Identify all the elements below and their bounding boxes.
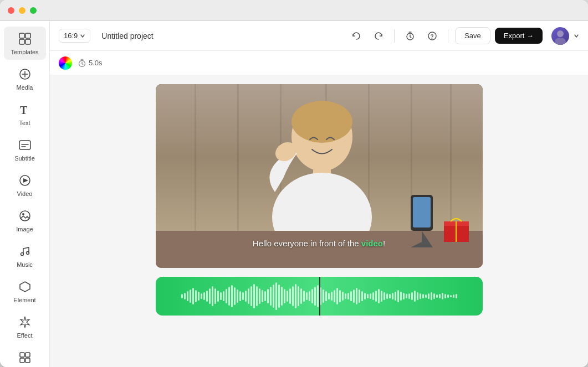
video-label: Video bbox=[17, 190, 33, 197]
svg-rect-3 bbox=[25, 39, 30, 44]
timeline-bar: 5.0s bbox=[50, 51, 588, 75]
svg-text:?: ? bbox=[431, 33, 434, 39]
plus-circle-icon bbox=[17, 66, 33, 82]
svg-rect-34 bbox=[156, 231, 483, 268]
element-icon bbox=[17, 279, 33, 294]
main-layout: Templates Media T Text bbox=[0, 21, 588, 367]
avatar-chevron[interactable] bbox=[574, 31, 579, 41]
sidebar-item-effect[interactable]: Effect bbox=[4, 310, 46, 343]
toolbar: 16:9 Untitled project bbox=[50, 21, 588, 51]
sidebar: Templates Media T Text bbox=[0, 21, 50, 367]
minimize-button[interactable] bbox=[19, 7, 25, 14]
svg-point-13 bbox=[20, 211, 30, 221]
toolbar-actions: ? Save Export → bbox=[347, 27, 579, 45]
redo-button[interactable] bbox=[370, 27, 387, 45]
app-window: Templates Media T Text bbox=[0, 0, 588, 367]
svg-rect-17 bbox=[20, 353, 24, 357]
tools-icon bbox=[17, 350, 33, 365]
svg-rect-19 bbox=[20, 358, 24, 363]
export-button[interactable]: Export → bbox=[495, 28, 543, 44]
undo-button[interactable] bbox=[347, 27, 365, 45]
svg-point-14 bbox=[22, 213, 24, 215]
text-label: Text bbox=[19, 120, 30, 126]
music-label: Music bbox=[17, 261, 33, 268]
subtitle-icon bbox=[17, 137, 33, 153]
timer-button[interactable] bbox=[401, 27, 419, 45]
export-label: Export → bbox=[504, 32, 534, 40]
svg-rect-0 bbox=[19, 33, 24, 38]
svg-point-16 bbox=[26, 252, 29, 255]
grid-icon bbox=[17, 31, 33, 46]
templates-label: Templates bbox=[11, 49, 38, 55]
caption-text-after: ! bbox=[383, 239, 385, 248]
sidebar-item-tools[interactable]: Tools bbox=[4, 345, 46, 367]
media-label: Media bbox=[17, 84, 33, 91]
video-scene: Hello everyone in front of the video! bbox=[156, 84, 483, 268]
sidebar-item-media[interactable]: Media bbox=[4, 62, 46, 95]
effect-label: Effect bbox=[17, 332, 33, 339]
save-button[interactable]: Save bbox=[455, 27, 490, 44]
sidebar-item-music[interactable]: Music bbox=[4, 239, 46, 272]
close-button[interactable] bbox=[8, 7, 14, 14]
svg-point-15 bbox=[21, 253, 23, 256]
video-preview: Hello everyone in front of the video! bbox=[156, 84, 483, 268]
svg-rect-36 bbox=[413, 197, 431, 228]
sidebar-item-subtitle[interactable]: Subtitle bbox=[4, 133, 46, 166]
editor-main: Hello everyone in front of the video! bbox=[50, 75, 588, 367]
svg-marker-12 bbox=[23, 178, 28, 183]
duration-badge: 5.0s bbox=[78, 59, 103, 68]
help-button[interactable]: ? bbox=[423, 27, 441, 45]
caption-text-before: Hello everyone in front of the bbox=[253, 239, 361, 248]
color-wheel-button[interactable] bbox=[59, 56, 72, 70]
sidebar-item-video[interactable]: Video bbox=[4, 168, 46, 201]
text-icon: T bbox=[17, 102, 33, 117]
avatar[interactable] bbox=[551, 27, 569, 45]
caption-highlight: video bbox=[361, 239, 383, 248]
sidebar-item-templates[interactable]: Templates bbox=[4, 27, 46, 60]
project-title[interactable]: Untitled project bbox=[101, 32, 341, 40]
svg-rect-20 bbox=[25, 358, 30, 363]
divider bbox=[394, 29, 395, 43]
sidebar-item-text[interactable]: T Text bbox=[4, 97, 46, 131]
divider2 bbox=[448, 29, 448, 43]
effect-icon bbox=[17, 314, 33, 330]
maximize-button[interactable] bbox=[30, 7, 37, 14]
svg-rect-1 bbox=[25, 33, 30, 38]
timeline-track[interactable] bbox=[156, 277, 483, 316]
video-icon bbox=[17, 173, 33, 188]
svg-point-30 bbox=[292, 101, 352, 143]
music-icon bbox=[17, 244, 33, 259]
image-label: Image bbox=[16, 226, 33, 232]
svg-point-25 bbox=[557, 30, 564, 37]
ratio-label: 16:9 bbox=[64, 32, 78, 40]
sidebar-item-image[interactable]: Image bbox=[4, 204, 46, 237]
playhead[interactable] bbox=[319, 277, 320, 316]
image-icon bbox=[17, 208, 33, 224]
content-area: 16:9 Untitled project bbox=[50, 21, 588, 367]
subtitle-label: Subtitle bbox=[14, 155, 35, 162]
ratio-selector[interactable]: 16:9 bbox=[59, 29, 90, 43]
video-caption: Hello everyone in front of the video! bbox=[253, 239, 385, 248]
svg-rect-8 bbox=[19, 141, 30, 149]
titlebar bbox=[0, 0, 588, 21]
duration-value: 5.0s bbox=[89, 59, 103, 67]
element-label: Element bbox=[13, 297, 35, 303]
sidebar-item-element[interactable]: Element bbox=[4, 275, 46, 308]
svg-rect-18 bbox=[25, 353, 30, 357]
svg-point-26 bbox=[555, 38, 566, 45]
svg-text:T: T bbox=[20, 104, 28, 116]
svg-rect-2 bbox=[19, 39, 24, 44]
